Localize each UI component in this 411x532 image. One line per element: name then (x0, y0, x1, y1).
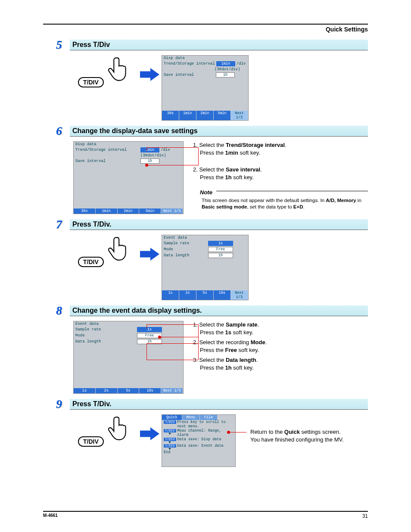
tdiv-button[interactable]: T/DIV (78, 436, 104, 447)
instr9-line1: Return to the Quick settings screen. (250, 428, 344, 436)
arrow-right-icon (140, 247, 159, 261)
instr6-line4: Press the 1h soft key. (200, 174, 368, 181)
step-number-6: 6 (56, 124, 70, 138)
instr8-line4: Press the Free soft key. (200, 346, 267, 354)
instr8-line3: 2. Select the recording Mode. (193, 339, 267, 346)
instr6-line2: Press the 1min soft key. (200, 149, 368, 157)
tdiv-button[interactable]: T/DIV (78, 257, 104, 267)
quick-menu-screen: Quick Menu File T/DIVPress key to scroll… (162, 414, 236, 467)
step-number-5: 5 (56, 38, 70, 52)
note-box: Note This screen does not appear with th… (200, 189, 368, 211)
step-number-9: 9 (56, 397, 70, 411)
step-title-7: Press T/Div. (70, 219, 368, 230)
step-title-5: Press T/Div (70, 40, 368, 50)
tdiv-button[interactable]: T/DIV (78, 77, 104, 87)
arrow-right-icon (140, 426, 159, 441)
step-title-8: Change the event data display settings. (70, 305, 368, 316)
arrow-right-icon (140, 67, 159, 82)
step-number-8: 8 (56, 304, 70, 317)
instr9-line2: You have finished configuring the MV. (250, 436, 344, 444)
instr8-line6: Press the 1h soft key. (200, 364, 267, 372)
instr8-line5: 3. Select the Data length. (193, 356, 267, 364)
event-data-screen-edit: Event data Sample rate1s ModeFree Data l… (73, 321, 184, 394)
event-data-screen-preview: Event data Sample rate1s ModeFree Data l… (162, 235, 249, 300)
instr6-line3: 2. Select the Save interval. (193, 166, 368, 174)
instr8-line2: Press the 1s soft key. (200, 329, 267, 336)
press-hand-icon (105, 234, 135, 264)
footer-doc-id: M-4661 (43, 513, 58, 519)
header-section-title: Quick Settings (43, 26, 368, 33)
instr8-line1: 1. Select the Sample rate. (193, 321, 267, 329)
footer-page-number: 31 (362, 513, 368, 519)
press-hand-icon (105, 54, 135, 84)
step-title-6: Change the display-data save settings (70, 126, 368, 137)
disp-data-screen-edit: Disp data Trend/Storage interval 1min /d… (73, 141, 184, 214)
instr6-line1: 1. Select the Trend/Storage interval. (193, 141, 368, 149)
press-hand-icon (105, 414, 135, 444)
step-number-7: 7 (56, 218, 70, 231)
step-title-9: Press T/Div. (70, 399, 368, 410)
disp-data-screen-preview: Disp data Trend/Storage interval 1min /d… (162, 55, 249, 121)
